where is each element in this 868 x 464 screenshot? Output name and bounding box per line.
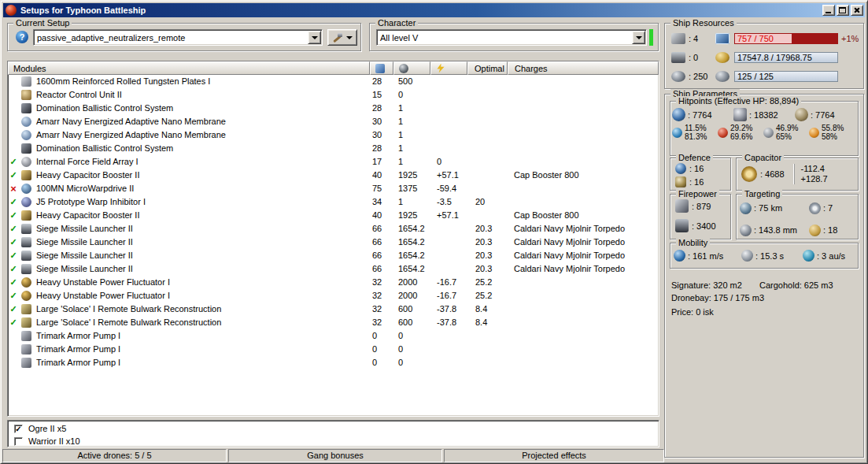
armor-icon bbox=[733, 108, 747, 121]
hull-hp-value: : 7764 bbox=[811, 110, 835, 120]
module-optimal-value: 8.4 bbox=[467, 316, 508, 329]
module-cap-value: 0 bbox=[430, 155, 467, 169]
module-name: Internal Force Field Array I bbox=[36, 155, 139, 169]
chevron-down-icon bbox=[346, 36, 353, 39]
table-row[interactable]: Trimark Armor Pump I00 bbox=[8, 356, 659, 369]
projected-effects-tab[interactable]: Projected effects bbox=[444, 449, 664, 462]
scan-resolution-cell: : 143.8 mm bbox=[740, 221, 809, 239]
table-row[interactable]: ✓Siege Missile Launcher II661654.220.3Ca… bbox=[8, 222, 659, 236]
gang-bonuses-tab[interactable]: Gang bonuses bbox=[228, 449, 442, 462]
module-cap-value: -59.4 bbox=[430, 182, 467, 195]
capacitor-column-header[interactable] bbox=[430, 61, 467, 75]
module-pg-value: 600 bbox=[393, 303, 430, 316]
active-check-icon: ✓ bbox=[8, 209, 19, 222]
shield-icon bbox=[672, 108, 685, 121]
optimal-column-header[interactable]: Optimal bbox=[467, 61, 508, 75]
table-row[interactable]: Amarr Navy Energized Adaptive Nano Membr… bbox=[8, 128, 659, 142]
tool-icon bbox=[332, 32, 343, 43]
table-row[interactable]: ✓Siege Missile Launcher II661654.220.3Ca… bbox=[8, 236, 659, 249]
table-row[interactable]: ✓Large 'Solace' I Remote Bulwark Reconst… bbox=[8, 303, 659, 316]
table-row[interactable]: ✓Siege Missile Launcher II661654.220.3Ca… bbox=[8, 249, 659, 262]
module-name-cell: Siege Missile Launcher II bbox=[19, 222, 370, 236]
target-range-cell: : 75 km bbox=[740, 199, 809, 217]
launcher-hardpoints-value: : 0 bbox=[685, 53, 715, 62]
character-combobox[interactable]: All level V bbox=[376, 29, 647, 46]
active-check-icon: ✓ bbox=[8, 289, 19, 303]
modules-table-header: Modules Optimal Charges bbox=[8, 61, 659, 75]
table-row[interactable]: 1600mm Reinforced Rolled Tungsten Plates… bbox=[8, 75, 659, 88]
table-row[interactable]: Amarr Navy Energized Adaptive Nano Membr… bbox=[8, 115, 659, 128]
table-row[interactable]: ×100MN MicroWarpdrive II751375-59.4 bbox=[8, 182, 659, 195]
module-pg-value: 1 bbox=[393, 195, 430, 209]
setup-combobox[interactable]: passive_adaptive_neutralizers_remote bbox=[33, 29, 323, 46]
speed-icon bbox=[674, 250, 685, 262]
module-name-cell: Large 'Solace' I Remote Bulwark Reconstr… bbox=[19, 303, 370, 316]
module-name-cell: Amarr Navy Energized Adaptive Nano Membr… bbox=[19, 128, 370, 142]
setup-tools-button[interactable] bbox=[327, 29, 357, 46]
turret-hardpoints-value: : 4 bbox=[685, 34, 715, 43]
chevron-down-icon bbox=[636, 36, 642, 39]
drone-item[interactable]: ✓Ogre II x5 bbox=[8, 422, 659, 435]
armor-rig-icon bbox=[21, 331, 31, 341]
table-row[interactable]: ✓Siege Missile Launcher II661654.220.3Ca… bbox=[8, 262, 659, 276]
module-name: Siege Missile Launcher II bbox=[36, 249, 133, 262]
minimize-button[interactable] bbox=[822, 5, 835, 16]
modules-column-header[interactable]: Modules bbox=[8, 61, 370, 75]
capacitor-label: Capacitor bbox=[742, 153, 784, 163]
module-pg-value: 1 bbox=[393, 142, 430, 155]
table-row[interactable]: ✓J5 Prototype Warp Inhibitor I341-3.520 bbox=[8, 195, 659, 209]
module-cap-value: -37.8 bbox=[430, 303, 467, 316]
module-name-cell: Heavy Unstable Power Fluctuator I bbox=[19, 276, 370, 289]
table-row[interactable]: ✓Heavy Capacitor Booster II401925+57.1Ca… bbox=[8, 209, 659, 222]
character-combobox-arrow[interactable] bbox=[632, 31, 645, 44]
module-name: Heavy Capacitor Booster II bbox=[36, 169, 139, 182]
capacitor-value: : 4688 bbox=[760, 169, 785, 179]
cpu-column-header[interactable] bbox=[370, 61, 393, 75]
calibration-value: : 250 bbox=[685, 72, 715, 81]
table-row[interactable]: ✓Heavy Unstable Power Fluctuator I322000… bbox=[8, 289, 659, 303]
missile-launcher-icon bbox=[21, 264, 31, 274]
capacitor-column-icon bbox=[436, 64, 445, 73]
table-row[interactable]: ✓Heavy Capacitor Booster II401925+57.1Ca… bbox=[8, 169, 659, 182]
module-pg-value: 0 bbox=[393, 329, 430, 343]
module-name-cell: Heavy Capacitor Booster II bbox=[19, 169, 370, 182]
table-row[interactable]: Trimark Armor Pump I00 bbox=[8, 343, 659, 356]
module-rows: 1600mm Reinforced Rolled Tungsten Plates… bbox=[8, 75, 659, 369]
table-row[interactable]: Trimark Armor Pump I00 bbox=[8, 329, 659, 343]
checkbox-checked[interactable]: ✓ bbox=[14, 425, 23, 433]
module-optimal-value: 25.2 bbox=[467, 289, 508, 303]
turret-hardpoint-icon bbox=[671, 33, 685, 44]
module-name-cell: J5 Prototype Warp Inhibitor I bbox=[19, 195, 370, 209]
microwarpdrive-icon bbox=[21, 184, 31, 194]
maximize-button[interactable] bbox=[837, 5, 849, 16]
power-fluctuator-icon bbox=[21, 277, 31, 288]
title-bar[interactable]: Setups for Typhoon Battleship bbox=[3, 3, 865, 17]
table-row[interactable]: ✓Internal Force Field Array I1710 bbox=[8, 155, 659, 169]
drone-item[interactable]: Warrior II x10 bbox=[8, 435, 659, 447]
help-icon[interactable]: ? bbox=[16, 31, 28, 43]
hitpoints-label: Hitpoints (Effective HP: 88,894) bbox=[676, 96, 801, 106]
setup-combobox-arrow[interactable] bbox=[308, 31, 321, 44]
armor-repair-row: : 16 bbox=[670, 176, 730, 187]
powergrid-usage-text: 17547.8 / 17968.75 bbox=[737, 53, 812, 62]
powergrid-icon bbox=[715, 52, 729, 63]
module-name-cell: 100MN MicroWarpdrive II bbox=[19, 182, 370, 195]
checkbox-unchecked[interactable] bbox=[14, 437, 23, 446]
warp-speed-value: : 3 au/s bbox=[817, 251, 845, 261]
max-targets-icon bbox=[809, 202, 821, 214]
capacitor-recharge-value: +128.7 bbox=[801, 174, 828, 184]
module-name: Trimark Armor Pump I bbox=[36, 343, 120, 356]
active-check-icon: ✓ bbox=[8, 155, 19, 169]
table-row[interactable]: ✓Large 'Solace' I Remote Bulwark Reconst… bbox=[8, 316, 659, 329]
table-row[interactable]: ✓Heavy Unstable Power Fluctuator I322000… bbox=[8, 276, 659, 289]
close-button[interactable] bbox=[851, 5, 863, 16]
table-row[interactable]: Reactor Control Unit II150 bbox=[8, 88, 659, 102]
module-name: 1600mm Reinforced Rolled Tungsten Plates… bbox=[36, 75, 210, 88]
module-name: Siege Missile Launcher II bbox=[36, 262, 133, 276]
em-resist-icon bbox=[672, 128, 682, 138]
module-name: Heavy Unstable Power Fluctuator I bbox=[36, 289, 170, 303]
powergrid-column-header[interactable] bbox=[393, 61, 430, 75]
charges-column-header[interactable]: Charges bbox=[508, 61, 659, 75]
table-row[interactable]: Domination Ballistic Control System281 bbox=[8, 142, 659, 155]
table-row[interactable]: Domination Ballistic Control System281 bbox=[8, 102, 659, 115]
